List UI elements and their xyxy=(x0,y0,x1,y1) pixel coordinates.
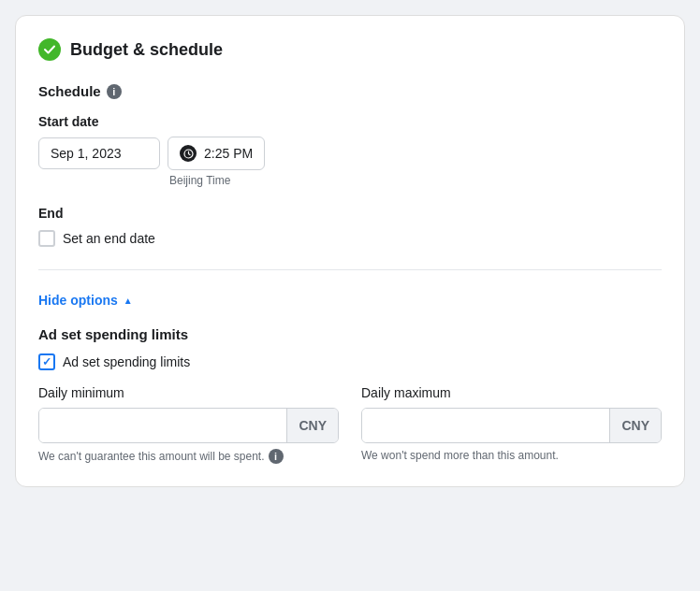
card-header: Budget & schedule xyxy=(38,38,662,61)
end-section: End Set an end date xyxy=(38,206,662,247)
daily-minimum-hint-text: We can't guarantee this amount will be s… xyxy=(38,450,265,463)
spending-limits-checkbox[interactable]: ✓ xyxy=(38,353,55,370)
schedule-label-text: Schedule xyxy=(38,83,101,99)
section-divider xyxy=(38,269,662,270)
time-picker[interactable]: 2:25 PM xyxy=(168,137,265,170)
start-date-label: Start date xyxy=(38,114,662,129)
end-date-checkbox[interactable] xyxy=(38,230,55,247)
end-label: End xyxy=(38,206,662,221)
date-picker[interactable]: Sep 1, 2023 xyxy=(38,137,160,169)
schedule-section-label: Schedule i xyxy=(38,83,662,99)
check-circle-icon xyxy=(38,38,61,61)
daily-minimum-label: Daily minimum xyxy=(38,385,339,400)
spending-columns: Daily minimum CNY We can't guarantee thi… xyxy=(38,385,662,464)
daily-minimum-col: Daily minimum CNY We can't guarantee thi… xyxy=(38,385,339,464)
daily-maximum-input[interactable] xyxy=(362,409,609,442)
schedule-info-icon[interactable]: i xyxy=(107,84,122,99)
clock-icon xyxy=(180,145,197,162)
daily-maximum-label: Daily maximum xyxy=(361,385,662,400)
daily-minimum-currency: CNY xyxy=(286,409,338,442)
end-date-checkbox-label: Set an end date xyxy=(63,231,155,246)
card-title: Budget & schedule xyxy=(70,40,223,60)
daily-minimum-hint: We can't guarantee this amount will be s… xyxy=(38,449,339,464)
daily-minimum-input-wrapper: CNY xyxy=(38,408,339,443)
hide-options-button[interactable]: Hide options ▲ xyxy=(38,293,133,308)
timezone-label: Beijing Time xyxy=(38,174,662,187)
date-value: Sep 1, 2023 xyxy=(51,146,122,161)
spending-limits-checkbox-row: ✓ Ad set spending limits xyxy=(38,353,662,370)
end-date-checkbox-row: Set an end date xyxy=(38,230,662,247)
spending-limits-section: Ad set spending limits ✓ Ad set spending… xyxy=(38,326,662,464)
chevron-up-icon: ▲ xyxy=(124,296,133,306)
date-time-row: Sep 1, 2023 2:25 PM xyxy=(38,137,662,170)
daily-maximum-hint: We won't spend more than this amount. xyxy=(361,449,662,462)
hide-options-label: Hide options xyxy=(38,293,118,308)
budget-schedule-card: Budget & schedule Schedule i Start date … xyxy=(15,15,685,487)
daily-maximum-currency: CNY xyxy=(609,409,661,442)
spending-limits-checkbox-label: Ad set spending limits xyxy=(63,354,190,369)
daily-minimum-info-icon[interactable]: i xyxy=(269,449,284,464)
daily-maximum-input-wrapper: CNY xyxy=(361,408,662,443)
spending-limits-title: Ad set spending limits xyxy=(38,326,662,342)
daily-minimum-input[interactable] xyxy=(39,409,286,442)
time-value: 2:25 PM xyxy=(204,146,253,161)
daily-maximum-col: Daily maximum CNY We won't spend more th… xyxy=(361,385,662,464)
daily-maximum-hint-text: We won't spend more than this amount. xyxy=(361,449,559,462)
